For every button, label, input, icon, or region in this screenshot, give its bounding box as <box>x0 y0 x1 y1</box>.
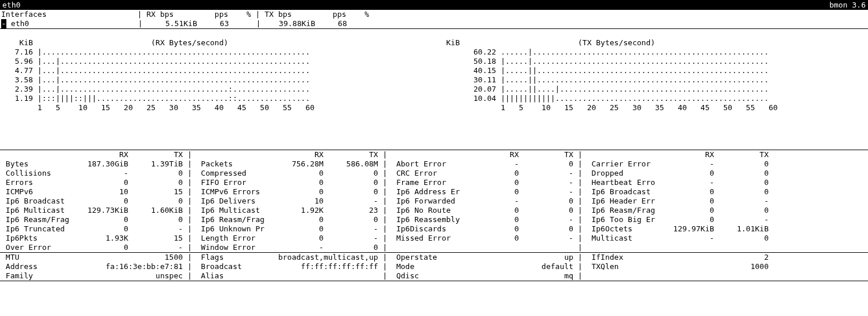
interface-row-text: eth0 | 5.51KiB 63 | 39.88KiB 68 <box>6 19 370 28</box>
interface-name: eth0 <box>2 1 20 10</box>
statistics-table: RX TX | RX TX | RX TX | RX TX Bytes 187.… <box>0 150 868 253</box>
interface-info-table: MTU 1500 | Flags broadcast,multicast,up … <box>0 253 868 281</box>
interfaces-table: Interfaces | RX bps pps % | TX bps pps %… <box>0 10 868 29</box>
title-bar: eth0 bmon 3.6 <box>0 0 868 10</box>
interface-selector-indicator: - <box>1 19 6 28</box>
app-version: bmon 3.6 <box>829 1 866 10</box>
interfaces-header-row: Interfaces | RX bps pps % | TX bps pps % <box>1 10 867 19</box>
interface-row-eth0[interactable]: - eth0 | 5.51KiB 63 | 39.88KiB 68 <box>1 19 867 28</box>
traffic-graphs: KiB (RX Bytes/second) KiB (TX Bytes/seco… <box>0 29 868 150</box>
